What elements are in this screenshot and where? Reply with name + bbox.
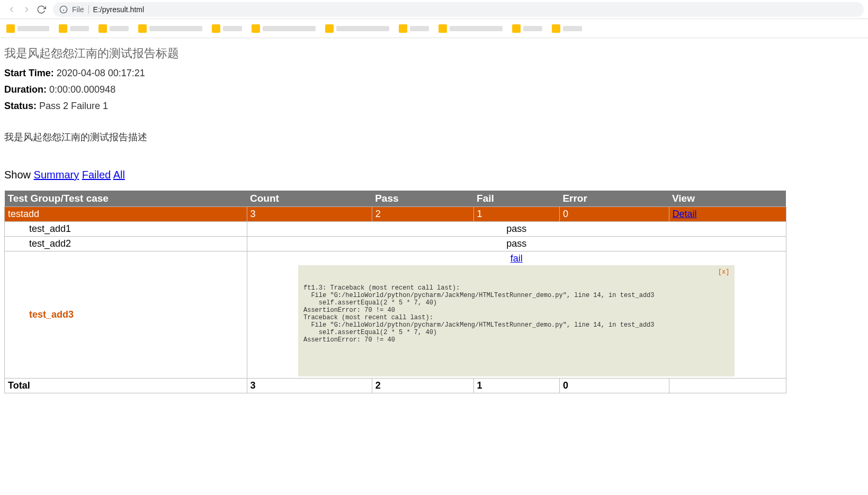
table-row: test_add1 pass <box>5 222 786 237</box>
traceback-box: [x]ft1.3: Traceback (most recent call la… <box>298 265 735 376</box>
folder-icon <box>212 24 220 33</box>
close-icon[interactable]: [x] <box>718 268 730 276</box>
folder-icon <box>99 24 107 33</box>
bookmark-label <box>70 26 89 31</box>
info-icon <box>59 5 68 14</box>
bookmark-label <box>523 26 542 31</box>
th-fail: Fail <box>473 191 559 207</box>
total-error: 0 <box>559 379 669 393</box>
bookmark-label <box>410 26 429 31</box>
duration-line: Duration: 0:00:00.000948 <box>4 84 864 95</box>
show-label: Show <box>4 169 31 181</box>
bookmark-item[interactable] <box>212 24 242 33</box>
filter-all-link[interactable]: All <box>113 169 125 181</box>
filter-failed-link[interactable]: Failed <box>82 169 111 181</box>
bookmark-label <box>223 26 242 31</box>
page-title: 我是风起怨怨江南的测试报告标题 <box>4 46 864 61</box>
th-pass: Pass <box>372 191 473 207</box>
th-testcase: Test Group/Test case <box>5 191 247 207</box>
total-count: 3 <box>247 379 372 393</box>
duration-label: Duration: <box>4 84 47 95</box>
test-name: test_add3 <box>8 309 74 320</box>
group-row: testadd 3 2 1 0 Detail <box>5 207 786 222</box>
folder-icon <box>59 24 67 33</box>
browser-toolbar: File E:/pyresult.html <box>0 0 868 19</box>
bookmark-label <box>17 26 49 31</box>
table-row-fail: test_add3 fail [x]ft1.3: Traceback (most… <box>5 251 786 379</box>
address-bar[interactable]: File E:/pyresult.html <box>53 2 864 17</box>
url-scheme-label: File <box>72 5 89 14</box>
nav-reload-button[interactable] <box>34 2 49 17</box>
folder-icon <box>399 24 407 33</box>
bookmark-label <box>336 26 389 31</box>
test-result: pass <box>506 223 526 234</box>
bookmark-item[interactable] <box>138 24 202 33</box>
th-view: View <box>669 191 786 207</box>
bookmark-item[interactable] <box>252 24 316 33</box>
bookmark-item[interactable] <box>439 24 503 33</box>
status-line: Status: Pass 2 Failure 1 <box>4 101 864 112</box>
th-error: Error <box>559 191 669 207</box>
bookmark-label <box>450 26 503 31</box>
bookmark-item[interactable] <box>399 24 429 33</box>
table-row: test_add2 pass <box>5 237 786 251</box>
bookmark-item[interactable] <box>59 24 89 33</box>
total-row: Total 3 2 1 0 <box>5 379 786 393</box>
traceback-text: ft1.3: Traceback (most recent call last)… <box>303 284 655 344</box>
start-time-line: Start Time: 2020-04-08 00:17:21 <box>4 68 864 79</box>
result-table: Test Group/Test case Count Pass Fail Err… <box>4 191 786 393</box>
fail-result-link[interactable]: fail <box>511 253 523 264</box>
group-error: 0 <box>559 207 669 222</box>
bookmark-label <box>110 26 129 31</box>
bookmark-label <box>149 26 202 31</box>
bookmark-item[interactable] <box>99 24 129 33</box>
table-header-row: Test Group/Test case Count Pass Fail Err… <box>5 191 786 207</box>
filter-line: Show Summary Failed All <box>4 169 864 181</box>
total-fail: 1 <box>473 379 559 393</box>
start-time-value: 2020-04-08 00:17:21 <box>57 68 145 78</box>
filter-summary-link[interactable]: Summary <box>34 169 79 181</box>
nav-back-button[interactable] <box>4 2 19 17</box>
folder-icon <box>252 24 260 33</box>
total-pass: 2 <box>372 379 473 393</box>
test-name: test_add2 <box>8 238 71 249</box>
start-time-label: Start Time: <box>4 68 54 78</box>
nav-forward-button[interactable] <box>19 2 34 17</box>
test-name: test_add1 <box>8 223 71 235</box>
status-value: Pass 2 Failure 1 <box>39 101 108 111</box>
folder-icon <box>512 24 521 33</box>
duration-value: 0:00:00.000948 <box>49 84 115 95</box>
folder-icon <box>138 24 147 33</box>
report-description: 我是风起怨怨江南的测试报告描述 <box>4 131 864 143</box>
group-count: 3 <box>247 207 372 222</box>
group-name: testadd <box>5 207 247 222</box>
page-content: 我是风起怨怨江南的测试报告标题 Start Time: 2020-04-08 0… <box>0 38 868 398</box>
bookmark-item[interactable] <box>552 24 582 33</box>
group-fail: 1 <box>473 207 559 222</box>
test-result: pass <box>506 238 526 249</box>
bookmark-item[interactable] <box>512 24 542 33</box>
total-label: Total <box>5 379 247 393</box>
folder-icon <box>325 24 334 33</box>
status-label: Status: <box>4 101 37 111</box>
url-text: E:/pyresult.html <box>93 5 144 14</box>
total-view <box>669 379 786 393</box>
group-pass: 2 <box>372 207 473 222</box>
th-count: Count <box>247 191 372 207</box>
folder-icon <box>439 24 447 33</box>
group-detail-link[interactable]: Detail <box>673 209 697 219</box>
folder-icon <box>552 24 560 33</box>
bookmark-item[interactable] <box>325 24 389 33</box>
bookmark-bar <box>0 19 868 38</box>
folder-icon <box>6 24 15 33</box>
bookmark-label <box>563 26 582 31</box>
bookmark-item[interactable] <box>6 24 49 33</box>
bookmark-label <box>263 26 316 31</box>
